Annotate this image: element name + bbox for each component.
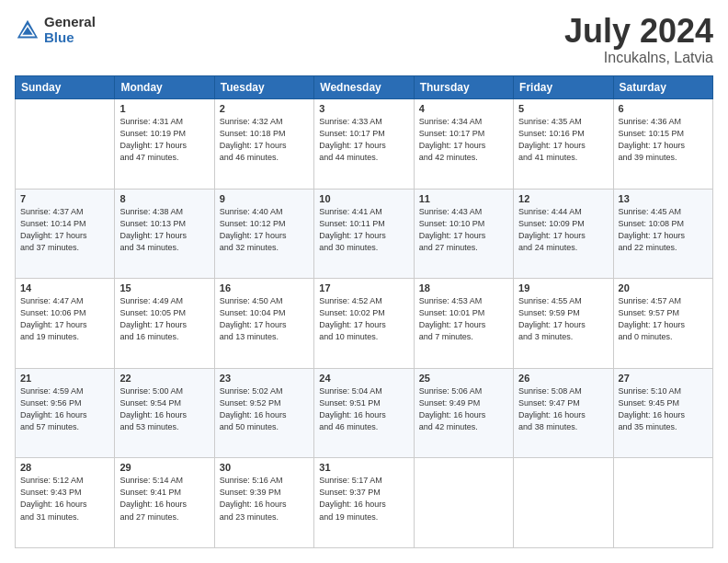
day-cell: 4Sunrise: 4:34 AM Sunset: 10:17 PM Dayli… [414, 99, 513, 190]
week-row-3: 14Sunrise: 4:47 AM Sunset: 10:06 PM Dayl… [16, 279, 713, 369]
week-row-5: 28Sunrise: 5:12 AM Sunset: 9:43 PM Dayli… [16, 458, 713, 548]
day-cell: 13Sunrise: 4:45 AM Sunset: 10:08 PM Dayl… [613, 189, 712, 279]
day-number: 27 [619, 373, 708, 384]
day-number: 22 [119, 373, 209, 384]
day-info: Sunrise: 5:16 AM Sunset: 9:39 PM Dayligh… [220, 475, 309, 523]
day-cell: 12Sunrise: 4:44 AM Sunset: 10:09 PM Dayl… [514, 189, 613, 279]
day-info: Sunrise: 5:00 AM Sunset: 9:54 PM Dayligh… [119, 385, 209, 433]
day-info: Sunrise: 5:10 AM Sunset: 9:45 PM Dayligh… [619, 385, 708, 433]
day-info: Sunrise: 4:53 AM Sunset: 10:01 PM Daylig… [419, 295, 508, 343]
day-info: Sunrise: 4:44 AM Sunset: 10:09 PM Daylig… [518, 206, 608, 254]
day-cell: 16Sunrise: 4:50 AM Sunset: 10:04 PM Dayl… [214, 279, 313, 369]
day-cell: 29Sunrise: 5:14 AM Sunset: 9:41 PM Dayli… [115, 458, 214, 548]
day-number: 17 [319, 282, 408, 293]
day-number: 4 [419, 103, 508, 114]
day-cell: 19Sunrise: 4:55 AM Sunset: 9:59 PM Dayli… [514, 279, 613, 369]
day-cell: 20Sunrise: 4:57 AM Sunset: 9:57 PM Dayli… [613, 279, 712, 369]
logo-general-text: General [44, 15, 96, 30]
day-cell: 21Sunrise: 4:59 AM Sunset: 9:56 PM Dayli… [16, 368, 115, 458]
title-section: July 2024 Incukalns, Latvia [564, 15, 713, 66]
day-number: 6 [619, 103, 708, 114]
day-cell: 1Sunrise: 4:31 AM Sunset: 10:19 PM Dayli… [115, 99, 214, 190]
day-cell: 22Sunrise: 5:00 AM Sunset: 9:54 PM Dayli… [115, 368, 214, 458]
day-cell: 5Sunrise: 4:35 AM Sunset: 10:16 PM Dayli… [514, 99, 613, 190]
day-info: Sunrise: 4:41 AM Sunset: 10:11 PM Daylig… [319, 206, 408, 254]
day-number: 31 [319, 462, 408, 473]
day-cell: 8Sunrise: 4:38 AM Sunset: 10:13 PM Dayli… [115, 189, 214, 279]
day-cell: 15Sunrise: 4:49 AM Sunset: 10:05 PM Dayl… [115, 279, 214, 369]
day-info: Sunrise: 4:40 AM Sunset: 10:12 PM Daylig… [220, 206, 309, 254]
day-info: Sunrise: 5:02 AM Sunset: 9:52 PM Dayligh… [220, 385, 309, 433]
day-cell: 9Sunrise: 4:40 AM Sunset: 10:12 PM Dayli… [214, 189, 313, 279]
day-number: 19 [518, 282, 608, 293]
col-friday: Friday [514, 76, 613, 99]
calendar-location: Incukalns, Latvia [564, 50, 713, 66]
day-info: Sunrise: 4:59 AM Sunset: 9:56 PM Dayligh… [20, 385, 109, 433]
header: General Blue July 2024 Incukalns, Latvia [15, 15, 713, 66]
header-row: Sunday Monday Tuesday Wednesday Thursday… [16, 76, 713, 99]
day-cell: 14Sunrise: 4:47 AM Sunset: 10:06 PM Dayl… [16, 279, 115, 369]
day-info: Sunrise: 4:45 AM Sunset: 10:08 PM Daylig… [619, 206, 708, 254]
day-number: 13 [619, 193, 708, 204]
week-row-1: 1Sunrise: 4:31 AM Sunset: 10:19 PM Dayli… [16, 99, 713, 190]
day-number: 20 [619, 282, 708, 293]
day-number: 28 [20, 462, 109, 473]
day-number: 29 [119, 462, 209, 473]
day-info: Sunrise: 4:34 AM Sunset: 10:17 PM Daylig… [419, 116, 508, 164]
day-cell: 24Sunrise: 5:04 AM Sunset: 9:51 PM Dayli… [314, 368, 414, 458]
day-number: 16 [220, 282, 309, 293]
day-number: 24 [319, 373, 408, 384]
calendar-title: July 2024 [564, 15, 713, 48]
day-cell: 25Sunrise: 5:06 AM Sunset: 9:49 PM Dayli… [414, 368, 513, 458]
logo-text: General Blue [44, 15, 96, 45]
day-number: 12 [518, 193, 608, 204]
day-cell: 26Sunrise: 5:08 AM Sunset: 9:47 PM Dayli… [514, 368, 613, 458]
day-info: Sunrise: 4:37 AM Sunset: 10:14 PM Daylig… [20, 206, 109, 254]
day-number: 5 [518, 103, 608, 114]
day-number: 23 [220, 373, 309, 384]
day-number: 30 [220, 462, 309, 473]
day-info: Sunrise: 4:57 AM Sunset: 9:57 PM Dayligh… [619, 295, 708, 343]
col-sunday: Sunday [16, 76, 115, 99]
page: General Blue July 2024 Incukalns, Latvia… [0, 0, 728, 563]
day-info: Sunrise: 4:49 AM Sunset: 10:05 PM Daylig… [119, 295, 209, 343]
day-number: 15 [119, 282, 209, 293]
day-info: Sunrise: 4:43 AM Sunset: 10:10 PM Daylig… [419, 206, 508, 254]
logo: General Blue [15, 15, 96, 45]
day-cell: 3Sunrise: 4:33 AM Sunset: 10:17 PM Dayli… [314, 99, 414, 190]
day-cell: 11Sunrise: 4:43 AM Sunset: 10:10 PM Dayl… [414, 189, 513, 279]
day-number: 21 [20, 373, 109, 384]
day-info: Sunrise: 4:33 AM Sunset: 10:17 PM Daylig… [319, 116, 408, 164]
day-cell [514, 458, 613, 548]
day-info: Sunrise: 5:04 AM Sunset: 9:51 PM Dayligh… [319, 385, 408, 433]
logo-blue-text: Blue [44, 30, 96, 46]
day-info: Sunrise: 4:50 AM Sunset: 10:04 PM Daylig… [220, 295, 309, 343]
day-cell: 18Sunrise: 4:53 AM Sunset: 10:01 PM Dayl… [414, 279, 513, 369]
day-info: Sunrise: 4:47 AM Sunset: 10:06 PM Daylig… [20, 295, 109, 343]
day-number: 9 [220, 193, 309, 204]
day-cell: 31Sunrise: 5:17 AM Sunset: 9:37 PM Dayli… [314, 458, 414, 548]
day-info: Sunrise: 5:08 AM Sunset: 9:47 PM Dayligh… [518, 385, 608, 433]
day-number: 18 [419, 282, 508, 293]
day-number: 3 [319, 103, 408, 114]
week-row-4: 21Sunrise: 4:59 AM Sunset: 9:56 PM Dayli… [16, 368, 713, 458]
day-number: 10 [319, 193, 408, 204]
calendar-table: Sunday Monday Tuesday Wednesday Thursday… [15, 75, 713, 548]
day-number: 11 [419, 193, 508, 204]
day-number: 8 [119, 193, 209, 204]
day-number: 26 [518, 373, 608, 384]
day-info: Sunrise: 4:38 AM Sunset: 10:13 PM Daylig… [119, 206, 209, 254]
day-cell [414, 458, 513, 548]
day-info: Sunrise: 5:06 AM Sunset: 9:49 PM Dayligh… [419, 385, 508, 433]
day-cell: 7Sunrise: 4:37 AM Sunset: 10:14 PM Dayli… [16, 189, 115, 279]
day-cell: 27Sunrise: 5:10 AM Sunset: 9:45 PM Dayli… [613, 368, 712, 458]
day-info: Sunrise: 4:32 AM Sunset: 10:18 PM Daylig… [220, 116, 309, 164]
col-monday: Monday [115, 76, 214, 99]
day-cell: 17Sunrise: 4:52 AM Sunset: 10:02 PM Dayl… [314, 279, 414, 369]
day-info: Sunrise: 5:17 AM Sunset: 9:37 PM Dayligh… [319, 475, 408, 523]
logo-icon [15, 17, 40, 43]
day-cell: 6Sunrise: 4:36 AM Sunset: 10:15 PM Dayli… [613, 99, 712, 190]
day-number: 1 [119, 103, 209, 114]
day-cell [613, 458, 712, 548]
day-info: Sunrise: 4:52 AM Sunset: 10:02 PM Daylig… [319, 295, 408, 343]
